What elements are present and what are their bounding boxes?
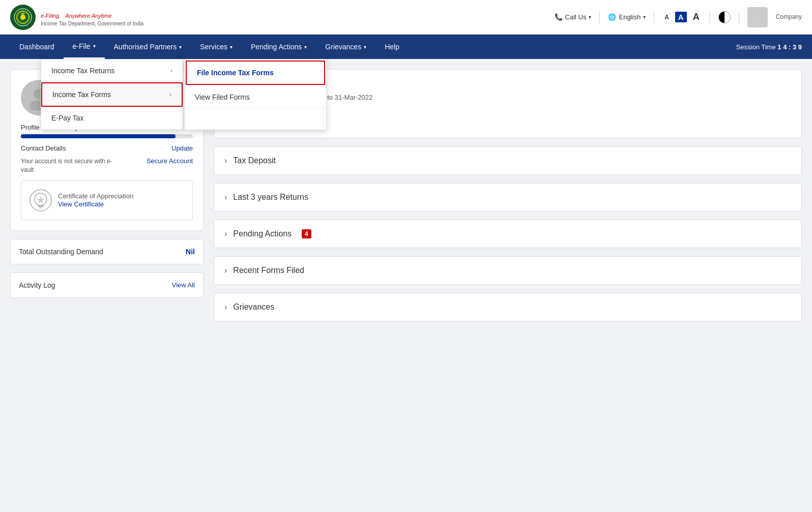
svg-point-2 xyxy=(20,15,25,20)
session-time: Session Time 1 4 : 3 9 xyxy=(736,43,802,51)
call-us-button[interactable]: 📞 Call Us ▾ xyxy=(555,13,592,21)
demand-card: Total Outstanding Demand Nil xyxy=(10,239,204,264)
nav-help[interactable]: Help xyxy=(375,35,409,59)
user-name: Company xyxy=(776,13,802,21)
font-controls: A A A xyxy=(662,11,702,23)
svg-rect-9 xyxy=(39,206,42,208)
accordion-grievances[interactable]: › Grievances xyxy=(214,293,802,321)
view-all-link[interactable]: View All xyxy=(172,281,195,289)
dropdown-file-income-tax-forms[interactable]: File Income Tax Forms xyxy=(186,61,325,85)
chevron-right-icon: › xyxy=(170,67,172,74)
dropdown-income-tax-forms[interactable]: Income Tax Forms › xyxy=(41,82,183,107)
activity-label: Activity Log xyxy=(19,281,55,289)
view-certificate-link[interactable]: View Certificate xyxy=(58,200,104,208)
caret-icon: ▾ xyxy=(93,43,96,49)
dropdown-income-tax-returns[interactable]: Income Tax Returns › xyxy=(41,59,183,82)
accordion-pending-actions[interactable]: › Pending Actions 4 xyxy=(214,220,802,248)
svg-marker-7 xyxy=(37,196,45,203)
chevron-right-icon: › xyxy=(169,91,171,98)
secure-account-row: Your account is not secure with e-vault … xyxy=(21,157,193,174)
contact-details-label: Contact Details xyxy=(21,144,66,152)
accordion-title-last-3-years: Last 3 years Returns xyxy=(233,193,308,202)
dropdown-wrapper: Income Tax Returns › Income Tax Forms › … xyxy=(0,59,812,332)
accordion-last-3-years[interactable]: › Last 3 years Returns xyxy=(214,183,802,212)
dropdown-view-filed-forms[interactable]: View Filed Forms xyxy=(185,86,326,109)
secure-account-link[interactable]: Secure Account xyxy=(147,157,193,165)
dropdown-primary: Income Tax Returns › Income Tax Forms › … xyxy=(41,59,183,130)
accordion-recent-forms[interactable]: › Recent Forms Filed xyxy=(214,256,802,285)
demand-label: Total Outstanding Demand xyxy=(19,248,103,256)
accordion-title-tax-deposit: Tax Deposit xyxy=(233,156,276,165)
chevron-right-icon: › xyxy=(224,303,227,312)
caret-icon: ▾ xyxy=(364,44,366,50)
logo-subtitle: Income Tax Department, Government of Ind… xyxy=(41,21,143,26)
divider xyxy=(710,11,710,23)
top-right: 📞 Call Us ▾ 🌐 English ▾ A A A Company xyxy=(555,7,802,27)
accordion-tax-deposit[interactable]: › Tax Deposit xyxy=(214,146,802,175)
chevron-right-icon: › xyxy=(224,193,227,202)
caret-icon: ▾ xyxy=(304,44,307,50)
caret-icon: ▾ xyxy=(179,44,182,50)
phone-icon: 📞 xyxy=(555,13,563,21)
nav-authorised-partners[interactable]: Authorised Partners ▾ xyxy=(105,35,191,59)
caret-icon: ▾ xyxy=(589,14,591,20)
nav-dashboard[interactable]: Dashboard xyxy=(10,35,64,59)
secure-text: Your account is not secure with e-vault xyxy=(21,157,112,174)
nav-grievances[interactable]: Grievances ▾ xyxy=(316,35,375,59)
font-large-button[interactable]: A xyxy=(691,11,702,23)
profile-links: Contact Details Update xyxy=(21,144,193,152)
dropdown-epay-tax[interactable]: E-Pay Tax xyxy=(41,107,183,130)
logo-text: e-Filing Anywhere Anytime Income Tax Dep… xyxy=(41,8,143,26)
accordion-title-recent-forms: Recent Forms Filed xyxy=(233,266,304,275)
divider xyxy=(599,11,600,23)
efiling-title: e-Filing Anywhere Anytime xyxy=(41,8,143,21)
logo-emblem xyxy=(10,5,36,30)
font-medium-button[interactable]: A xyxy=(675,12,687,22)
progress-bar xyxy=(21,134,193,138)
caret-icon: ▾ xyxy=(643,14,646,20)
avatar xyxy=(747,7,768,27)
pending-actions-badge: 4 xyxy=(302,229,311,238)
divider xyxy=(739,11,739,23)
top-bar: e-Filing Anywhere Anytime Income Tax Dep… xyxy=(0,0,812,35)
demand-value: Nil xyxy=(186,248,195,256)
dropdown-container: Income Tax Returns › Income Tax Forms › … xyxy=(41,59,327,130)
caret-icon: ▾ xyxy=(230,44,233,50)
globe-icon: 🌐 xyxy=(608,13,616,21)
chevron-right-icon: › xyxy=(224,156,227,165)
divider xyxy=(654,11,654,23)
accordion-title-grievances: Grievances xyxy=(233,303,274,312)
certificate-icon xyxy=(30,189,52,212)
dropdown-secondary: File Income Tax Forms View Filed Forms xyxy=(184,59,327,130)
nav-pending-actions[interactable]: Pending Actions ▾ xyxy=(242,35,316,59)
chevron-right-icon: › xyxy=(224,266,227,275)
nav-efile[interactable]: e-File ▾ xyxy=(64,35,105,59)
language-button[interactable]: 🌐 English ▾ xyxy=(608,13,646,21)
accordion-title-pending-actions: Pending Actions xyxy=(233,229,292,238)
logo-area: e-Filing Anywhere Anytime Income Tax Dep… xyxy=(10,5,143,30)
contrast-button[interactable] xyxy=(718,11,731,23)
update-link[interactable]: Update xyxy=(171,144,193,152)
certificate-text: Certificate of Appreciation View Certifi… xyxy=(58,192,133,208)
certificate-title: Certificate of Appreciation xyxy=(58,192,133,200)
progress-bar-fill xyxy=(21,134,176,138)
main-nav: Dashboard e-File ▾ Authorised Partners ▾… xyxy=(0,35,812,59)
chevron-right-icon: › xyxy=(224,229,227,238)
activity-card: Activity Log View All xyxy=(10,273,204,298)
font-small-button[interactable]: A xyxy=(662,13,671,22)
certificate-card: Certificate of Appreciation View Certifi… xyxy=(21,180,193,220)
nav-services[interactable]: Services ▾ xyxy=(191,35,242,59)
